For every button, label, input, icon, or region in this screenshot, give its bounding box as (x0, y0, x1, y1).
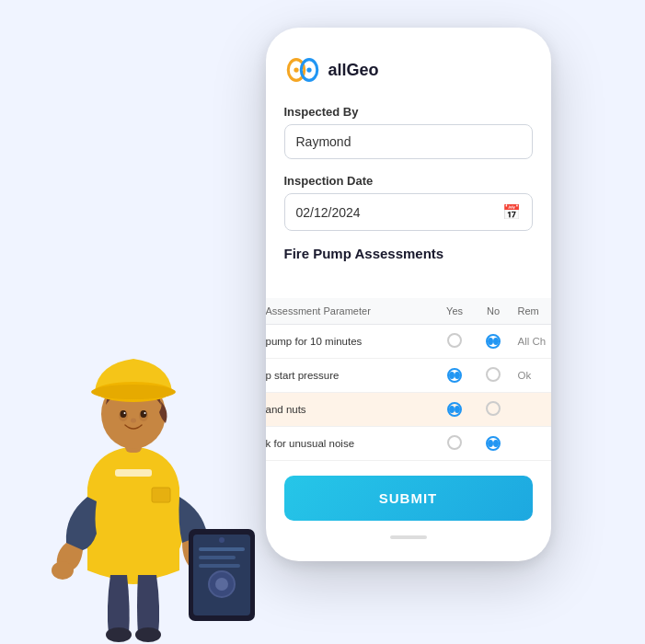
phone-home-indicator (390, 535, 427, 539)
submit-button[interactable]: SUBMIT (284, 476, 533, 521)
svg-point-20 (52, 561, 74, 580)
table-row-parameter-2: and nuts (266, 393, 435, 427)
table-row-yes-0[interactable] (434, 325, 475, 359)
svg-point-24 (219, 537, 225, 543)
svg-rect-26 (199, 556, 236, 559)
inspected-by-label: Inspected By (284, 105, 533, 119)
svg-point-31 (135, 627, 161, 642)
table-row-parameter-1: p start pressure (266, 359, 435, 393)
table-row-no-3[interactable] (475, 427, 513, 461)
svg-point-12 (91, 385, 176, 399)
section-title: Fire Pump Assessments (284, 246, 533, 261)
table-row-no-1[interactable] (475, 359, 513, 393)
svg-point-19 (131, 419, 136, 423)
background-scene: allGeo Inspected By Raymond Inspection D… (0, 0, 645, 644)
inspection-date-input[interactable]: 02/12/2024 📅 (284, 193, 533, 231)
inspection-date-value: 02/12/2024 (296, 205, 361, 220)
col-header-yes: Yes (434, 298, 475, 325)
svg-point-18 (144, 412, 146, 414)
logo-area: allGeo (284, 57, 533, 83)
table-row-parameter-3: k for unusual noise (266, 427, 435, 461)
svg-point-30 (106, 627, 132, 642)
inspected-by-input[interactable]: Raymond (284, 124, 533, 159)
table-row-remarks-2 (512, 393, 550, 427)
table-row-parameter-0: pump for 10 minutes (266, 325, 435, 359)
table-row-remarks-3 (512, 427, 550, 461)
inspected-by-value: Raymond (296, 134, 351, 149)
table-row-remarks-1: Ok (512, 359, 550, 393)
table-row-remarks-0: All Ch (512, 325, 550, 359)
worker-illustration (9, 184, 258, 644)
assessment-table: Assessment Parameter Yes No Rem pump for… (266, 298, 551, 461)
svg-rect-7 (152, 488, 170, 502)
svg-point-15 (121, 410, 127, 418)
col-header-remarks: Rem (512, 298, 550, 325)
svg-rect-6 (115, 469, 152, 477)
phone-mockup: allGeo Inspected By Raymond Inspection D… (266, 28, 551, 561)
col-header-no: No (475, 298, 513, 325)
inspection-date-label: Inspection Date (284, 174, 533, 188)
svg-point-17 (124, 412, 126, 414)
table-row-no-0[interactable] (475, 325, 513, 359)
calendar-icon: 📅 (502, 203, 521, 221)
svg-point-29 (215, 578, 228, 591)
svg-point-2 (294, 67, 298, 72)
table-row-yes-2[interactable] (434, 393, 475, 427)
table-row-yes-1[interactable] (434, 359, 475, 393)
svg-point-3 (306, 67, 311, 72)
col-header-parameter: Assessment Parameter (266, 298, 435, 325)
svg-point-16 (141, 410, 147, 418)
logo-text: allGeo (328, 61, 379, 80)
table-row-yes-3[interactable] (434, 427, 475, 461)
svg-rect-25 (199, 547, 245, 551)
allgeo-logo-icon (284, 57, 321, 83)
table-row-no-2[interactable] (475, 393, 513, 427)
svg-rect-27 (199, 564, 240, 568)
